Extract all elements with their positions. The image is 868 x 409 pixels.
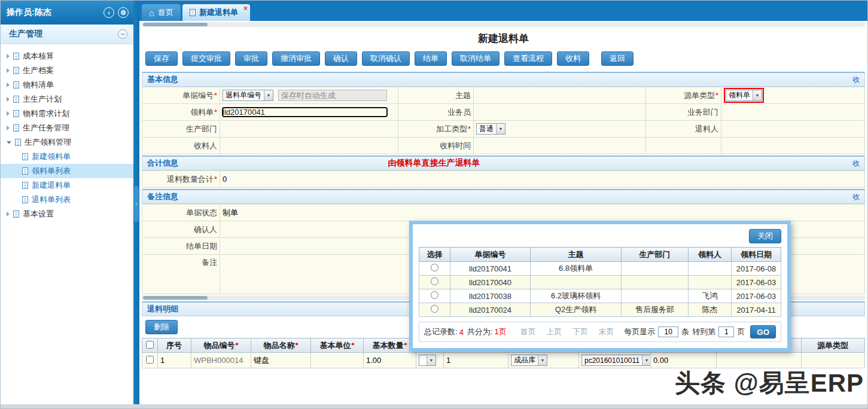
next-page-link[interactable]: 下页	[572, 327, 588, 336]
tab-home[interactable]: ⌂ 首页	[142, 4, 181, 21]
section-total-info: 合计信息 由领料单直接生产退料单 收	[142, 155, 865, 170]
cell-prod-dept	[622, 289, 689, 303]
row-radio[interactable]	[431, 264, 438, 271]
cell-base-unit[interactable]	[311, 353, 364, 368]
cell-price[interactable]: 0.00	[651, 353, 717, 368]
dropdown-arrow-icon: ▼	[538, 355, 547, 365]
scrollbar-thumb[interactable]	[143, 23, 208, 26]
cancel-close-order-button[interactable]: 取消结单	[452, 51, 500, 66]
sidebar-item-cost-accounting[interactable]: 成本核算	[1, 49, 133, 63]
salesman-field[interactable]	[474, 104, 646, 121]
receiver-field[interactable]	[220, 138, 398, 154]
table-row: 1 WPBH000014 键盘 1.00 ▼ 1 成品库▼ pc20160101…	[142, 353, 865, 368]
close-tab-icon[interactable]: ×	[243, 5, 248, 12]
sidebar-item-task-management[interactable]: 生产任务管理	[1, 121, 133, 135]
cell-source-type	[802, 353, 865, 368]
last-page-link[interactable]: 末页	[599, 327, 614, 336]
document-icon	[22, 153, 28, 160]
erp-window: 操作员:陈杰 ‹ ⚙ 生产管理 − 成本核算 生产档案 物料清单 主生产计划 物…	[0, 0, 868, 409]
batch-select[interactable]: pc201601010011▼	[581, 355, 651, 366]
first-page-link[interactable]: 首页	[520, 327, 536, 336]
document-icon	[13, 96, 19, 103]
delete-button[interactable]: 删除	[145, 320, 178, 334]
sidebar-item-requisition-list[interactable]: 领料单列表	[1, 164, 133, 178]
col-index: 序号	[158, 338, 191, 353]
save-button[interactable]: 保存	[145, 51, 178, 66]
requisition-cell	[220, 104, 398, 121]
go-button[interactable]: GO	[750, 325, 776, 338]
section-basic-info: 基本信息 收	[142, 72, 865, 87]
goto-page-input[interactable]	[718, 326, 734, 337]
document-icon	[13, 210, 19, 218]
sidebar-item-new-return-order[interactable]: 新建退料单	[1, 178, 133, 193]
subject-field[interactable]	[474, 87, 646, 104]
collapse-sidebar-handle[interactable]: ‹	[134, 186, 139, 222]
back-icon[interactable]: ‹	[103, 7, 114, 18]
receive-time-field[interactable]	[474, 138, 646, 154]
warehouse-select[interactable]: 成品库▼	[511, 355, 547, 366]
prod-dept-field[interactable]	[220, 121, 398, 138]
collapse-link[interactable]: 收	[852, 75, 860, 85]
basic-info-form: 单据编号* 退料单编号▼ 主题 源单类型* 领料单▼ 领料单*	[142, 87, 865, 154]
back-button[interactable]: 返回	[601, 51, 634, 66]
collapse-link[interactable]: 收	[852, 192, 860, 202]
sidebar-item-requisition-management[interactable]: 生产领料管理	[1, 135, 133, 149]
scrollbar-thumb[interactable]	[143, 296, 208, 300]
row-radio[interactable]	[431, 291, 438, 299]
biz-dept-label: 业务部门	[646, 104, 721, 121]
sidebar-item-bom[interactable]: 物料清单	[1, 78, 133, 92]
tab-new-return-order[interactable]: 新建退料单 ×	[182, 4, 250, 21]
close-dialog-button[interactable]: 关闭	[749, 229, 781, 243]
row-radio[interactable]	[431, 277, 438, 285]
cell-amount	[717, 353, 802, 368]
collapse-section-icon[interactable]: −	[118, 29, 127, 39]
process-type-select[interactable]: 普通▼	[476, 123, 505, 135]
row-radio[interactable]	[431, 305, 438, 313]
col-doc-no: 单据编号	[450, 248, 531, 262]
requisition-input[interactable]	[223, 108, 387, 117]
cell-qty[interactable]: 1	[444, 353, 508, 368]
close-order-button[interactable]: 结单	[415, 51, 447, 66]
per-page-label: 每页显示	[624, 326, 655, 337]
row-checkbox[interactable]	[146, 356, 154, 364]
cell-base-qty[interactable]: 1.00	[364, 353, 416, 368]
biz-dept-field[interactable]	[721, 104, 865, 121]
cell-doc-no: lld20170024	[450, 303, 531, 317]
submit-approval-button[interactable]: 提交审批	[182, 51, 230, 66]
collapse-link[interactable]: 收	[852, 158, 860, 169]
confirm-button[interactable]: 确认	[325, 51, 357, 66]
view-flow-button[interactable]: 查看流程	[504, 51, 552, 66]
chevron-right-icon	[7, 126, 10, 130]
empty-cell	[721, 138, 865, 154]
doc-no-input[interactable]	[278, 90, 387, 101]
section-title: 合计信息	[147, 158, 178, 169]
unit-select[interactable]: ▼	[419, 355, 436, 366]
page-size-input[interactable]	[658, 326, 678, 337]
select-all-checkbox[interactable]	[146, 341, 154, 349]
sidebar-item-return-order-list[interactable]: 退料单列表	[1, 193, 133, 207]
source-type-select[interactable]: 领料单▼	[726, 90, 762, 101]
col-person: 领料人	[689, 248, 732, 262]
sidebar-item-basic-settings[interactable]: 基本设置	[1, 207, 133, 221]
doc-no-type-select[interactable]: 退料单编号▼	[223, 90, 273, 101]
cell-prod-dept: 售后服务部	[622, 303, 689, 317]
sidebar-item-mrp[interactable]: 物料需求计划	[1, 106, 133, 121]
cancel-approval-button[interactable]: 撤消审批	[272, 51, 320, 66]
sidebar-section-title[interactable]: 生产管理 −	[1, 25, 133, 44]
sidebar-item-new-requisition[interactable]: 新建领料单	[1, 149, 133, 164]
pagination-bar: 总记录数: 4 共分为: 1页 首页 上页 下页 末页 每页显示 条 转到第 页…	[419, 322, 781, 342]
cancel-confirm-button[interactable]: 取消确认	[362, 51, 410, 66]
receive-material-button[interactable]: 收料	[557, 51, 589, 66]
prev-page-link[interactable]: 上页	[546, 327, 562, 336]
prod-dept-label: 生产部门	[142, 121, 220, 138]
col-base-unit: 基本单位*	[311, 338, 364, 353]
document-icon	[13, 53, 19, 60]
gear-icon[interactable]: ⚙	[118, 7, 129, 18]
returner-field[interactable]	[721, 121, 865, 138]
empty-cell	[646, 138, 721, 154]
col-prod-dept: 生产部门	[622, 248, 689, 262]
sidebar-item-master-plan[interactable]: 主生产计划	[1, 92, 133, 106]
total-records-value: 4	[459, 328, 464, 337]
sidebar-item-production-archives[interactable]: 生产档案	[1, 63, 133, 78]
approve-button[interactable]: 审批	[235, 51, 267, 66]
